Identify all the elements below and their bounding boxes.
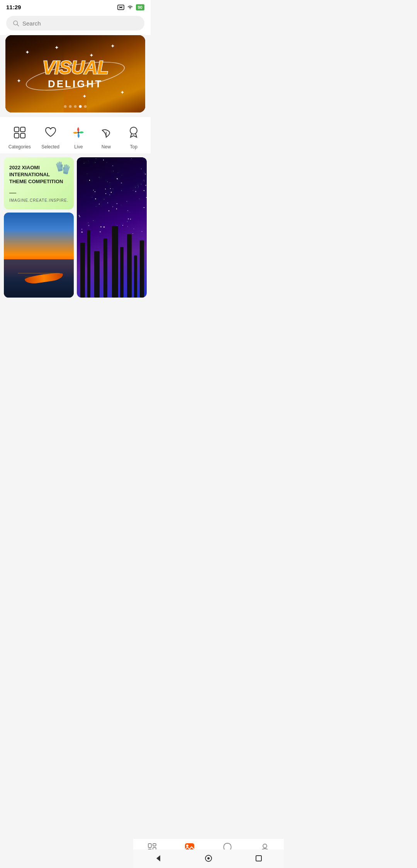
svg-rect-6 [20, 127, 25, 132]
hero-dot-2[interactable] [69, 105, 72, 108]
top-icon [125, 124, 142, 141]
svg-rect-8 [20, 133, 25, 138]
new-label: New [102, 144, 111, 150]
hero-dot-4[interactable] [79, 105, 82, 108]
svg-point-9 [78, 132, 80, 134]
top-label: Top [130, 144, 137, 150]
categories-icon [11, 124, 28, 141]
night-sky-card[interactable] [77, 157, 147, 298]
quick-item-live[interactable]: Live [70, 124, 87, 150]
content-grid: 2022 XIAOMIINTERNATIONALTHEME COMPETITIO… [0, 153, 151, 298]
search-icon [12, 20, 19, 27]
svg-rect-7 [14, 133, 19, 138]
sim-icon [117, 5, 124, 10]
live-label: Live [74, 144, 83, 150]
competition-card[interactable]: 2022 XIAOMIINTERNATIONALTHEME COMPETITIO… [4, 157, 74, 209]
hero-dot-5[interactable] [84, 105, 87, 108]
status-icons: 90 [117, 4, 144, 10]
status-time: 11:29 [6, 4, 21, 10]
quick-item-categories[interactable]: Categories [8, 124, 31, 150]
hero-dot-3[interactable] [74, 105, 77, 108]
lake-card[interactable] [4, 213, 74, 298]
quick-menu: Categories Selected Live [0, 117, 151, 153]
status-bar: 11:29 90 [0, 0, 151, 13]
quick-item-top[interactable]: Top [125, 124, 142, 150]
svg-point-11 [130, 127, 137, 134]
battery-indicator: 90 [136, 4, 144, 10]
hero-dot-1[interactable] [64, 105, 67, 108]
search-input-container[interactable] [6, 16, 144, 31]
selected-label: Selected [41, 144, 59, 150]
gloves-decoration: 🧤 [55, 160, 71, 175]
competition-subtitle: IMAGINE.CREATE.INSPIRE. [9, 198, 68, 203]
selected-icon [42, 124, 59, 141]
hero-pagination [64, 105, 87, 108]
wifi-icon [127, 5, 134, 10]
categories-label: Categories [8, 144, 31, 150]
quick-item-selected[interactable]: Selected [41, 124, 59, 150]
hero-title-visual: VISUAL [5, 58, 145, 78]
search-bar [0, 13, 151, 35]
search-input[interactable] [22, 20, 138, 27]
svg-rect-5 [14, 127, 19, 132]
new-icon [98, 124, 115, 141]
quick-item-new[interactable]: New [98, 124, 115, 150]
live-icon [70, 124, 87, 141]
hero-banner[interactable]: ✦ ✦ ✦ ✦ ✦ ✦ ✦ VISUAL DELIGHT [5, 35, 145, 112]
hero-text: VISUAL DELIGHT [5, 58, 145, 90]
night-trees [77, 213, 147, 298]
competition-dash: — [9, 189, 68, 197]
hero-title-delight: DELIGHT [5, 78, 145, 90]
svg-line-4 [17, 24, 19, 26]
